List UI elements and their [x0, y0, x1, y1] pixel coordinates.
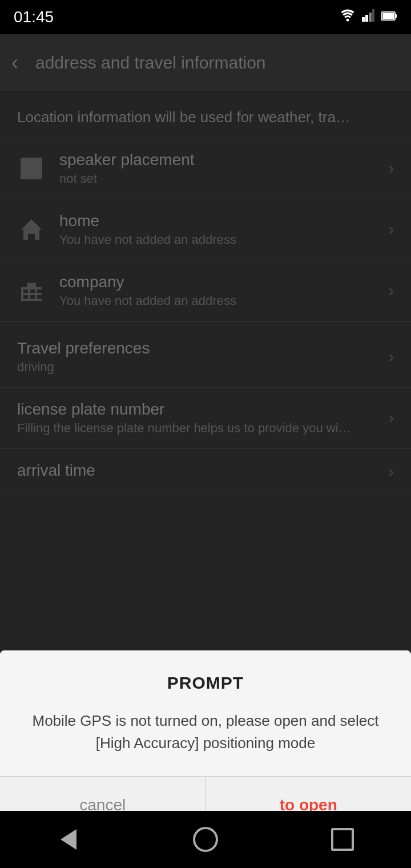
nav-back-icon [61, 829, 76, 850]
nav-home-icon [193, 827, 218, 852]
svg-rect-3 [369, 13, 372, 22]
status-time: 01:45 [14, 8, 54, 26]
svg-rect-6 [395, 14, 397, 18]
wifi-icon [340, 9, 355, 25]
dialog-body: PROMPT Mobile GPS is not turned on, plea… [0, 650, 411, 776]
signal-icon [362, 9, 374, 25]
svg-rect-1 [362, 17, 365, 22]
status-icons [340, 9, 397, 25]
prompt-dialog: PROMPT Mobile GPS is not turned on, plea… [0, 650, 411, 834]
nav-home-button[interactable] [183, 817, 228, 862]
bottom-navigation [0, 811, 411, 868]
status-bar: 01:45 [0, 0, 411, 34]
svg-rect-4 [372, 9, 374, 22]
nav-back-button[interactable] [46, 817, 91, 862]
battery-icon [381, 10, 397, 25]
svg-point-0 [346, 19, 349, 22]
dialog-title: PROMPT [167, 673, 244, 693]
nav-recents-icon [331, 828, 354, 851]
svg-rect-2 [365, 15, 368, 22]
svg-rect-7 [382, 13, 394, 19]
dialog-message: Mobile GPS is not turned on, please open… [23, 710, 388, 754]
nav-recents-button[interactable] [320, 817, 365, 862]
